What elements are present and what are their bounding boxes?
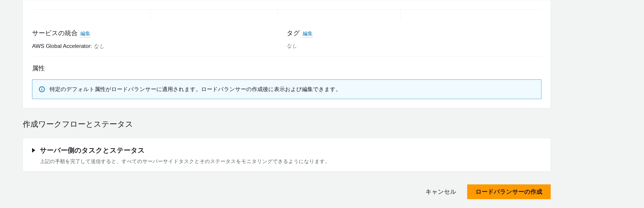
svg-point-2 bbox=[42, 88, 42, 88]
aws-global-accelerator-key: AWS Global Accelerator: bbox=[32, 43, 92, 49]
attributes-info-box: 特定のデフォルト属性がロードバランサーに適用されます。ロードバランサーの作成後に… bbox=[32, 80, 541, 99]
caret-right-icon bbox=[32, 148, 35, 153]
tags-section: タグ 編集 なし bbox=[287, 28, 541, 50]
create-load-balancer-button[interactable]: ロードバランサーの作成 bbox=[467, 184, 551, 199]
workflow-heading: 作成ワークフローとステータス bbox=[23, 118, 551, 130]
aws-global-accelerator-row: AWS Global Accelerator: なし bbox=[32, 42, 278, 50]
integration-tags-row: サービスの統合 編集 AWS Global Accelerator: なし タグ… bbox=[32, 20, 541, 57]
server-tasks-panel: サーバー側のタスクとステータス 上記の手順を完了して送信すると、すべてのサーバー… bbox=[23, 138, 551, 172]
tags-value: なし bbox=[287, 42, 532, 49]
attributes-heading: 属性 bbox=[32, 64, 541, 73]
server-tasks-title: サーバー側のタスクとステータス bbox=[40, 145, 145, 155]
summary-top-row bbox=[32, 9, 541, 20]
tags-heading: タグ bbox=[287, 28, 300, 38]
service-integration-heading: サービスの統合 bbox=[32, 28, 78, 38]
summary-panel: サービスの統合 編集 AWS Global Accelerator: なし タグ… bbox=[23, 0, 551, 108]
service-integration-section: サービスの統合 編集 AWS Global Accelerator: なし bbox=[32, 28, 287, 50]
server-tasks-toggle[interactable]: サーバー側のタスクとステータス bbox=[32, 145, 541, 155]
cancel-button[interactable]: キャンセル bbox=[421, 185, 461, 199]
info-icon bbox=[39, 86, 45, 93]
action-bar: キャンセル ロードバランサーの作成 bbox=[23, 184, 551, 206]
attributes-info-text: 特定のデフォルト属性がロードバランサーに適用されます。ロードバランサーの作成後に… bbox=[50, 85, 341, 93]
server-tasks-description: 上記の手順を完了して送信すると、すべてのサーバーサイドタスクとそのステータスをモ… bbox=[40, 158, 541, 165]
edit-service-integration-link[interactable]: 編集 bbox=[80, 30, 90, 37]
attributes-section: 属性 特定のデフォルト属性がロードバランサーに適用されます。ロードバランサーの作… bbox=[32, 57, 541, 99]
aws-global-accelerator-value: なし bbox=[94, 43, 105, 49]
edit-tags-link[interactable]: 編集 bbox=[303, 30, 313, 37]
